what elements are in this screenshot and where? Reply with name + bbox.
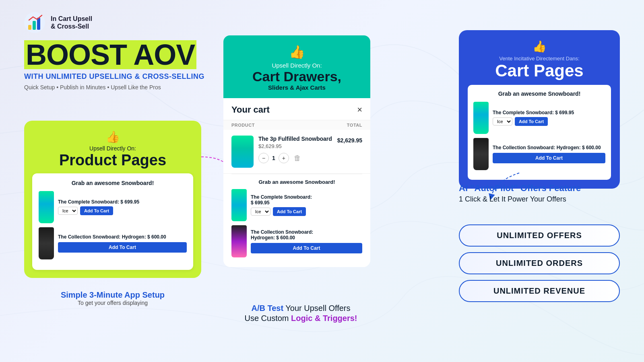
setup-text-section: Simple 3-Minute App Setup To get your of… (24, 290, 201, 306)
product-pages-inner-title: Grab an awesome Snowboard! (39, 180, 187, 186)
drawer-thumbs-icon: 👍 (231, 44, 362, 60)
ab-test-highlight: A/B Test (251, 304, 283, 313)
drawer-header-sub: Sliders & Ajax Carts (231, 84, 362, 91)
trash-icon[interactable]: 🗑 (292, 152, 303, 164)
app-name: In Cart Upsell & Cross-Sell (51, 15, 92, 30)
cart-upsell-2-name: The Collection Snowboard: Hydrogen: $ 60… (251, 229, 362, 241)
cart-pages-offer-1: The Complete Snowboard: $ 699.95 Ice Add… (473, 102, 605, 134)
cart-drawer-header: 👍 Upsell Directly On: Cart Drawers, Slid… (223, 35, 370, 98)
cart-pages-offer-1-controls: Ice Add To Cart (493, 117, 605, 126)
product-pages-title: Product Pages (32, 152, 193, 168)
pill-orders: UNLIMITED ORDERS (459, 252, 620, 274)
cart-close-button[interactable]: × (357, 105, 362, 115)
cart-pages-offer-2-btn[interactable]: Add To Cart (493, 153, 605, 163)
cart-upsell-2-btn[interactable]: Add To Cart (251, 243, 362, 253)
qty-value: 1 (272, 155, 275, 161)
cart-upsell-1-name: The Complete Snowboard: $ 699.95 (251, 194, 362, 206)
svg-rect-2 (33, 21, 36, 30)
offer-1-add-btn[interactable]: Add To Cart (80, 206, 113, 215)
cart-pages-inner: Grab an awesome Snowboard! The Complete … (468, 85, 611, 180)
cart-item-info: The 3p Fulfilled Snowboard $2,629.95 − 1… (258, 136, 332, 164)
cart-pages-title: Cart Pages (468, 62, 611, 79)
ai-subtitle: 1 Click & Let It Power Your Offers (459, 195, 620, 204)
product-pages-card: 👍 Upsell Directly On: Product Pages Grab… (24, 121, 201, 278)
cart-item-img (231, 136, 254, 168)
qty-decrease-btn[interactable]: − (258, 153, 269, 163)
setup-subtitle: To get your offers displaying (24, 300, 201, 306)
cart-modal: Your cart × PRODUCT TOTAL The 3p Fulfill… (223, 98, 370, 267)
pill-offers: UNLIMITED OFFERS (459, 224, 620, 247)
offer-2-add-btn[interactable]: Add To Cart (58, 242, 187, 253)
logo-icon (24, 12, 45, 33)
cart-upsell-1-btn[interactable]: Add To Cart (273, 207, 306, 216)
cart-pages-img-1 (473, 102, 489, 134)
offer-1-controls: Ice Add To Cart (58, 206, 187, 215)
upsell-img-2 (231, 225, 247, 257)
hero-subtitle: WITH UNLIMITED UPSELLING & CROSS-SELLING (24, 72, 209, 81)
cart-item-price: $2,629.95 (258, 143, 332, 149)
setup-title: Simple 3-Minute App Setup (24, 290, 201, 300)
cart-col-headers: PRODUCT TOTAL (223, 120, 370, 130)
header: In Cart Upsell & Cross-Sell (24, 12, 92, 33)
product-pages-label: Upsell Directly On: (32, 145, 193, 152)
cart-modal-header: Your cart × (223, 98, 370, 120)
cart-item-row: The 3p Fulfilled Snowboard $2,629.95 − 1… (223, 130, 370, 174)
snowboard-img-2 (39, 227, 54, 259)
ab-test-section: A/B Test Your Upsell Offers Use Custom L… (227, 302, 374, 323)
col-total: TOTAL (347, 123, 362, 128)
ab-test-logic: Use Custom Logic & Triggers! (227, 314, 374, 323)
cart-pages-offer-1-select[interactable]: Ice (493, 117, 512, 125)
cart-qty-controls: − 1 + 🗑 (258, 152, 332, 164)
cart-pages-inner-title: Grab an awesome Snowboard! (473, 90, 605, 97)
offer-1-select[interactable]: Ice (58, 207, 78, 215)
product-pages-inner-card: Grab an awesome Snowboard! The Complete … (32, 173, 193, 270)
cart-upsell-2-details: The Collection Snowboard: Hydrogen: $ 60… (251, 229, 362, 253)
cart-upsell-row-1: The Complete Snowboard: $ 699.95 Ice Add… (231, 189, 362, 221)
offer-2-details: The Collection Snowboard: Hydrogen: $ 60… (58, 234, 187, 253)
upsell-img-1 (231, 189, 247, 221)
cart-pages-offer-2-name: The Collection Snowboard: Hydrogen: $ 60… (493, 145, 605, 150)
cart-pages-offer-1-details: The Complete Snowboard: $ 699.95 Ice Add… (493, 110, 605, 126)
hero-section: BOOST AOV WITH UNLIMITED UPSELLING & CRO… (24, 40, 209, 90)
cart-item-name: The 3p Fulfilled Snowboard (258, 136, 332, 142)
hero-title: BOOST AOV (24, 40, 209, 69)
svg-rect-1 (28, 25, 31, 30)
cart-pages-label: Vente Incitative Directement Dans: (468, 56, 611, 62)
offer-2-title: The Collection Snowboard: Hydrogen: $ 60… (58, 234, 187, 240)
cart-pages-offer-2-details: The Collection Snowboard: Hydrogen: $ 60… (493, 145, 605, 163)
ai-autopilot-section: AI "AutoPilot" Offers Feature 1 Click & … (459, 183, 620, 204)
cart-item-total: $2,629.95 (337, 137, 362, 144)
drawer-header-title: Cart Drawers, (231, 70, 362, 84)
cart-drawer-container: 👍 Upsell Directly On: Cart Drawers, Slid… (223, 35, 370, 267)
qty-increase-btn[interactable]: + (279, 153, 289, 163)
cart-pages-offer-1-name: The Complete Snowboard: $ 699.95 (493, 110, 605, 115)
cart-title: Your cart (231, 105, 270, 115)
cart-pages-icon: 👍 (468, 40, 611, 53)
thumbs-up-icon: 👍 (32, 130, 193, 144)
snowboard-img-1 (39, 191, 54, 223)
ab-test-text: A/B Test Your Upsell Offers (227, 302, 374, 314)
pill-revenue: UNLIMITED REVENUE (459, 280, 620, 302)
offer-row-1: The Complete Snowboard: $ 699.95 Ice Add… (39, 191, 187, 223)
unlimited-pills: UNLIMITED OFFERS UNLIMITED ORDERS UNLIMI… (459, 224, 620, 302)
hero-tagline: Quick Setup • Publish in Minutes • Upsel… (24, 84, 209, 90)
offer-row-2: The Collection Snowboard: Hydrogen: $ 60… (39, 227, 187, 259)
cart-pages-img-2 (473, 138, 489, 170)
offer-1-details: The Complete Snowboard: $ 699.95 Ice Add… (58, 199, 187, 215)
logic-highlight: Logic & Triggers! (291, 314, 357, 323)
cart-upsell-section: Grab an awesome Snowboard! The Complete … (223, 174, 370, 267)
cart-pages-offer-1-btn[interactable]: Add To Cart (515, 117, 548, 126)
cart-pages-card: 👍 Vente Incitative Directement Dans: Car… (459, 30, 620, 189)
cart-pages-offer-2: The Collection Snowboard: Hydrogen: $ 60… (473, 138, 605, 170)
drawer-header-label: Upsell Directly On: (231, 62, 362, 69)
cart-upsell-row-2: The Collection Snowboard: Hydrogen: $ 60… (231, 225, 362, 257)
cart-upsell-1-controls: Ice Add To Cart (251, 207, 362, 216)
cart-upsell-1-select[interactable]: Ice (251, 208, 270, 216)
cart-upsell-title: Grab an awesome Snowboard! (231, 179, 362, 185)
col-product: PRODUCT (231, 123, 255, 128)
ai-title: AI "AutoPilot" Offers Feature (459, 183, 620, 193)
offer-1-title: The Complete Snowboard: $ 699.95 (58, 199, 187, 205)
cart-upsell-1-details: The Complete Snowboard: $ 699.95 Ice Add… (251, 194, 362, 216)
